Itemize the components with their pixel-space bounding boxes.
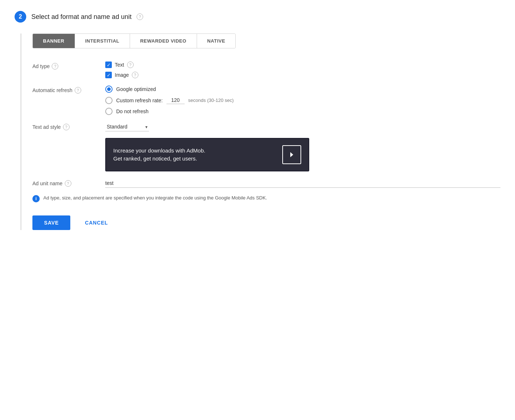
- ad-type-text-label: Text: [115, 62, 124, 68]
- ad-unit-name-help-icon[interactable]: ?: [65, 180, 71, 187]
- step-header: 2 Select ad format and name ad unit ?: [15, 11, 500, 23]
- step-badge: 2: [15, 11, 26, 23]
- text-ad-style-controls: Standard Colorful Custom ▾ Increase your…: [105, 122, 500, 171]
- refresh-rate-input[interactable]: [166, 96, 185, 104]
- refresh-do-not-refresh-label: Do not refresh: [116, 108, 149, 114]
- ad-type-image-label: Image: [115, 72, 129, 78]
- page-container: 2 Select ad format and name ad unit ? BA…: [0, 0, 515, 420]
- ad-type-controls: ✓ Text ? ✓ Image ?: [105, 62, 500, 78]
- tab-rewarded-video[interactable]: REWARDED VIDEO: [130, 34, 197, 48]
- refresh-custom-rate-radio[interactable]: [105, 97, 113, 104]
- ad-type-text-checkbox-row[interactable]: ✓ Text ?: [105, 62, 500, 68]
- ad-unit-name-row: Ad unit name ?: [32, 179, 500, 188]
- ad-unit-name-controls: [105, 179, 500, 188]
- ad-type-row: Ad type ? ✓ Text ? ✓ Image: [32, 62, 500, 78]
- refresh-google-optimized-radio[interactable]: [105, 86, 113, 93]
- refresh-custom-rate-label: Custom refresh rate:: [116, 98, 163, 103]
- text-ad-style-select[interactable]: Standard Colorful Custom: [105, 122, 149, 131]
- content-wrapper: BANNER INTERSTITIAL REWARDED VIDEO NATIV…: [20, 33, 500, 230]
- ad-preview-text: Increase your downloads with AdMob.Get r…: [113, 147, 276, 163]
- ad-type-text-help-icon[interactable]: ?: [127, 62, 134, 68]
- ad-type-text-checkbox[interactable]: ✓: [105, 62, 112, 68]
- ad-preview-arrow-button[interactable]: [282, 145, 301, 164]
- text-ad-style-help-icon[interactable]: ?: [63, 124, 70, 130]
- automatic-refresh-controls: Google optimized Custom refresh rate: se…: [105, 86, 500, 115]
- ad-unit-name-input[interactable]: [105, 179, 500, 188]
- ad-type-image-checkbox[interactable]: ✓: [105, 72, 112, 78]
- automatic-refresh-help-icon[interactable]: ?: [75, 87, 81, 94]
- refresh-do-not-refresh-radio[interactable]: [105, 108, 113, 115]
- text-ad-style-dropdown-row: Standard Colorful Custom ▾: [105, 122, 500, 131]
- refresh-google-optimized-row[interactable]: Google optimized: [105, 86, 500, 93]
- refresh-rate-hint: seconds (30-120 sec): [188, 98, 234, 103]
- ad-unit-name-label: Ad unit name ?: [32, 179, 105, 187]
- tab-native[interactable]: NATIVE: [197, 34, 236, 48]
- automatic-refresh-row: Automatic refresh ? Google optimized Cus…: [32, 86, 500, 115]
- save-button[interactable]: SAVE: [32, 215, 70, 230]
- ad-type-image-checkbox-row[interactable]: ✓ Image ?: [105, 72, 500, 78]
- refresh-custom-rate-row[interactable]: Custom refresh rate: seconds (30-120 sec…: [105, 96, 500, 104]
- info-notice-text: Ad type, size, and placement are specifi…: [43, 195, 267, 201]
- buttons-row: SAVE CANCEL: [32, 215, 500, 230]
- ad-type-label: Ad type ?: [32, 62, 105, 70]
- info-notice: i Ad type, size, and placement are speci…: [32, 195, 500, 202]
- refresh-do-not-refresh-row[interactable]: Do not refresh: [105, 108, 500, 115]
- tab-banner[interactable]: BANNER: [33, 34, 75, 48]
- ad-preview: Increase your downloads with AdMob.Get r…: [105, 138, 309, 171]
- arrow-right-icon: [287, 150, 296, 159]
- tabs-bar: BANNER INTERSTITIAL REWARDED VIDEO NATIV…: [32, 33, 236, 48]
- step-help-icon[interactable]: ?: [137, 13, 143, 20]
- text-ad-style-row: Text ad style ? Standard Colorful Custom…: [32, 122, 500, 171]
- info-icon: i: [32, 195, 40, 202]
- ad-type-image-help-icon[interactable]: ?: [132, 72, 138, 78]
- text-ad-style-dropdown-wrapper: Standard Colorful Custom ▾: [105, 122, 149, 131]
- ad-type-help-icon[interactable]: ?: [52, 63, 58, 70]
- refresh-google-optimized-label: Google optimized: [116, 86, 156, 92]
- text-ad-style-label: Text ad style ?: [32, 122, 105, 130]
- automatic-refresh-label: Automatic refresh ?: [32, 86, 105, 94]
- cancel-button[interactable]: CANCEL: [79, 215, 114, 230]
- tab-interstitial[interactable]: INTERSTITIAL: [75, 34, 130, 48]
- page-title: Select ad format and name ad unit: [31, 13, 131, 21]
